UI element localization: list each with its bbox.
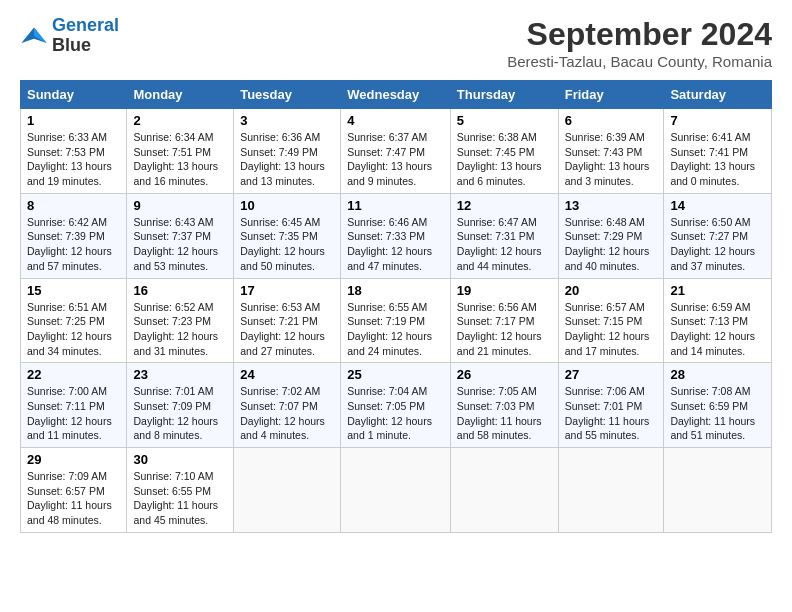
day-info: Sunrise: 6:39 AMSunset: 7:43 PMDaylight:… (565, 130, 658, 189)
title-block: September 2024 Beresti-Tazlau, Bacau Cou… (507, 16, 772, 70)
day-info: Sunrise: 6:59 AMSunset: 7:13 PMDaylight:… (670, 300, 765, 359)
day-info: Sunrise: 6:38 AMSunset: 7:45 PMDaylight:… (457, 130, 552, 189)
calendar-cell: 16Sunrise: 6:52 AMSunset: 7:23 PMDayligh… (127, 278, 234, 363)
day-info: Sunrise: 7:01 AMSunset: 7:09 PMDaylight:… (133, 384, 227, 443)
day-number: 23 (133, 367, 227, 382)
calendar-cell (341, 448, 451, 533)
calendar-cell: 4Sunrise: 6:37 AMSunset: 7:47 PMDaylight… (341, 109, 451, 194)
calendar-cell: 21Sunrise: 6:59 AMSunset: 7:13 PMDayligh… (664, 278, 772, 363)
logo-icon (20, 22, 48, 50)
day-number: 28 (670, 367, 765, 382)
day-number: 27 (565, 367, 658, 382)
calendar-cell: 14Sunrise: 6:50 AMSunset: 7:27 PMDayligh… (664, 193, 772, 278)
day-info: Sunrise: 6:34 AMSunset: 7:51 PMDaylight:… (133, 130, 227, 189)
calendar-cell (234, 448, 341, 533)
day-info: Sunrise: 7:10 AMSunset: 6:55 PMDaylight:… (133, 469, 227, 528)
day-number: 1 (27, 113, 120, 128)
day-info: Sunrise: 6:37 AMSunset: 7:47 PMDaylight:… (347, 130, 444, 189)
day-info: Sunrise: 6:36 AMSunset: 7:49 PMDaylight:… (240, 130, 334, 189)
day-info: Sunrise: 6:45 AMSunset: 7:35 PMDaylight:… (240, 215, 334, 274)
weekday-header: Friday (558, 81, 664, 109)
day-info: Sunrise: 6:47 AMSunset: 7:31 PMDaylight:… (457, 215, 552, 274)
day-info: Sunrise: 6:43 AMSunset: 7:37 PMDaylight:… (133, 215, 227, 274)
day-info: Sunrise: 6:55 AMSunset: 7:19 PMDaylight:… (347, 300, 444, 359)
day-number: 24 (240, 367, 334, 382)
month-title: September 2024 (507, 16, 772, 53)
day-number: 6 (565, 113, 658, 128)
day-number: 25 (347, 367, 444, 382)
weekday-header: Thursday (450, 81, 558, 109)
weekday-header-row: SundayMondayTuesdayWednesdayThursdayFrid… (21, 81, 772, 109)
calendar-table: SundayMondayTuesdayWednesdayThursdayFrid… (20, 80, 772, 533)
day-number: 3 (240, 113, 334, 128)
calendar-cell: 13Sunrise: 6:48 AMSunset: 7:29 PMDayligh… (558, 193, 664, 278)
calendar-cell: 15Sunrise: 6:51 AMSunset: 7:25 PMDayligh… (21, 278, 127, 363)
day-number: 30 (133, 452, 227, 467)
calendar-cell: 2Sunrise: 6:34 AMSunset: 7:51 PMDaylight… (127, 109, 234, 194)
day-number: 5 (457, 113, 552, 128)
weekday-header: Monday (127, 81, 234, 109)
calendar-cell: 17Sunrise: 6:53 AMSunset: 7:21 PMDayligh… (234, 278, 341, 363)
calendar-cell: 25Sunrise: 7:04 AMSunset: 7:05 PMDayligh… (341, 363, 451, 448)
day-info: Sunrise: 6:53 AMSunset: 7:21 PMDaylight:… (240, 300, 334, 359)
day-info: Sunrise: 7:04 AMSunset: 7:05 PMDaylight:… (347, 384, 444, 443)
day-number: 13 (565, 198, 658, 213)
day-number: 26 (457, 367, 552, 382)
day-number: 11 (347, 198, 444, 213)
day-info: Sunrise: 6:50 AMSunset: 7:27 PMDaylight:… (670, 215, 765, 274)
calendar-week-row: 8Sunrise: 6:42 AMSunset: 7:39 PMDaylight… (21, 193, 772, 278)
day-number: 18 (347, 283, 444, 298)
page-header: GeneralBlue September 2024 Beresti-Tazla… (20, 16, 772, 70)
day-number: 21 (670, 283, 765, 298)
calendar-cell: 3Sunrise: 6:36 AMSunset: 7:49 PMDaylight… (234, 109, 341, 194)
day-info: Sunrise: 6:56 AMSunset: 7:17 PMDaylight:… (457, 300, 552, 359)
calendar-cell: 12Sunrise: 6:47 AMSunset: 7:31 PMDayligh… (450, 193, 558, 278)
day-number: 2 (133, 113, 227, 128)
calendar-week-row: 1Sunrise: 6:33 AMSunset: 7:53 PMDaylight… (21, 109, 772, 194)
weekday-header: Wednesday (341, 81, 451, 109)
day-info: Sunrise: 6:48 AMSunset: 7:29 PMDaylight:… (565, 215, 658, 274)
day-number: 19 (457, 283, 552, 298)
calendar-cell: 27Sunrise: 7:06 AMSunset: 7:01 PMDayligh… (558, 363, 664, 448)
day-info: Sunrise: 6:51 AMSunset: 7:25 PMDaylight:… (27, 300, 120, 359)
calendar-week-row: 22Sunrise: 7:00 AMSunset: 7:11 PMDayligh… (21, 363, 772, 448)
day-number: 9 (133, 198, 227, 213)
calendar-cell (450, 448, 558, 533)
calendar-cell: 8Sunrise: 6:42 AMSunset: 7:39 PMDaylight… (21, 193, 127, 278)
day-info: Sunrise: 7:02 AMSunset: 7:07 PMDaylight:… (240, 384, 334, 443)
logo: GeneralBlue (20, 16, 119, 56)
day-number: 16 (133, 283, 227, 298)
day-info: Sunrise: 6:52 AMSunset: 7:23 PMDaylight:… (133, 300, 227, 359)
day-number: 12 (457, 198, 552, 213)
calendar-cell: 19Sunrise: 6:56 AMSunset: 7:17 PMDayligh… (450, 278, 558, 363)
day-info: Sunrise: 6:33 AMSunset: 7:53 PMDaylight:… (27, 130, 120, 189)
day-number: 14 (670, 198, 765, 213)
day-info: Sunrise: 6:41 AMSunset: 7:41 PMDaylight:… (670, 130, 765, 189)
day-number: 8 (27, 198, 120, 213)
calendar-week-row: 15Sunrise: 6:51 AMSunset: 7:25 PMDayligh… (21, 278, 772, 363)
calendar-cell: 7Sunrise: 6:41 AMSunset: 7:41 PMDaylight… (664, 109, 772, 194)
calendar-week-row: 29Sunrise: 7:09 AMSunset: 6:57 PMDayligh… (21, 448, 772, 533)
calendar-cell: 5Sunrise: 6:38 AMSunset: 7:45 PMDaylight… (450, 109, 558, 194)
day-info: Sunrise: 6:46 AMSunset: 7:33 PMDaylight:… (347, 215, 444, 274)
weekday-header: Saturday (664, 81, 772, 109)
day-number: 7 (670, 113, 765, 128)
day-info: Sunrise: 6:42 AMSunset: 7:39 PMDaylight:… (27, 215, 120, 274)
day-number: 10 (240, 198, 334, 213)
day-info: Sunrise: 7:08 AMSunset: 6:59 PMDaylight:… (670, 384, 765, 443)
calendar-cell: 18Sunrise: 6:55 AMSunset: 7:19 PMDayligh… (341, 278, 451, 363)
day-info: Sunrise: 7:09 AMSunset: 6:57 PMDaylight:… (27, 469, 120, 528)
calendar-cell: 9Sunrise: 6:43 AMSunset: 7:37 PMDaylight… (127, 193, 234, 278)
calendar-cell (558, 448, 664, 533)
day-number: 15 (27, 283, 120, 298)
calendar-cell: 24Sunrise: 7:02 AMSunset: 7:07 PMDayligh… (234, 363, 341, 448)
day-number: 17 (240, 283, 334, 298)
calendar-cell: 11Sunrise: 6:46 AMSunset: 7:33 PMDayligh… (341, 193, 451, 278)
day-info: Sunrise: 7:00 AMSunset: 7:11 PMDaylight:… (27, 384, 120, 443)
location-subtitle: Beresti-Tazlau, Bacau County, Romania (507, 53, 772, 70)
calendar-cell: 6Sunrise: 6:39 AMSunset: 7:43 PMDaylight… (558, 109, 664, 194)
day-number: 22 (27, 367, 120, 382)
day-number: 29 (27, 452, 120, 467)
calendar-cell (664, 448, 772, 533)
calendar-cell: 1Sunrise: 6:33 AMSunset: 7:53 PMDaylight… (21, 109, 127, 194)
